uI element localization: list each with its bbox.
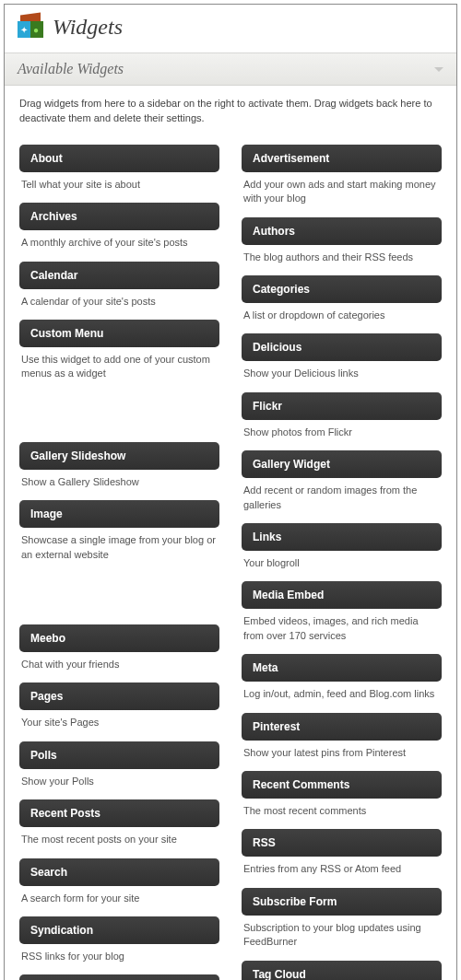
widget-handle[interactable]: Search	[19, 858, 219, 886]
widget-handle[interactable]: Authors	[242, 217, 442, 245]
widget-description: A list or dropdown of categories	[242, 303, 442, 322]
widget-description: The most recent comments	[242, 799, 442, 818]
widget-item: Media EmbedEmbed videos, images, and ric…	[242, 581, 442, 643]
widget-item: PinterestShow your latest pins from Pint…	[242, 713, 442, 760]
widget-item: Subscribe FormSubscription to your blog …	[242, 888, 442, 950]
available-widgets-header[interactable]: Available Widgets	[5, 52, 456, 86]
widget-handle[interactable]: Gallery Widget	[242, 450, 442, 478]
widget-description: Chat with your friends	[19, 652, 219, 671]
widget-description: Log in/out, admin, feed and Blog.com lin…	[242, 682, 442, 701]
page-title: Widgets	[53, 15, 123, 40]
app-logo-icon: ✦ ●	[18, 14, 43, 40]
widget-description: Subscription to your blog updates using …	[242, 916, 442, 950]
widget-item: MeeboChat with your friends	[19, 624, 219, 671]
widget-handle[interactable]: Tag Cloud	[242, 961, 442, 980]
page-frame: ✦ ● Widgets Available Widgets Drag widge…	[4, 4, 457, 980]
widget-description: Showcase a single image from your blog o…	[19, 528, 219, 562]
widget-handle[interactable]: Custom Menu	[19, 320, 219, 347]
widget-handle[interactable]: Text/HTML	[19, 974, 219, 980]
widget-description: RSS links for your blog	[19, 944, 219, 963]
page-header: ✦ ● Widgets	[5, 5, 456, 52]
widgets-column-right: AdvertisementAdd your own ads and start …	[242, 134, 442, 980]
section-title: Available Widgets	[18, 61, 124, 77]
widget-handle[interactable]: Advertisement	[242, 145, 442, 172]
widget-item: AboutTell what your site is about	[19, 145, 219, 192]
widget-description: Your blogroll	[242, 551, 442, 570]
widget-description: Tell what your site is about	[19, 172, 219, 192]
layout-spacer	[19, 381, 219, 431]
widget-description: Your site's Pages	[19, 710, 219, 729]
widget-description: A search form for your site	[19, 886, 219, 905]
widget-description: Show photos from Flickr	[242, 420, 442, 439]
layout-spacer	[19, 562, 219, 613]
widget-handle[interactable]: Flickr	[242, 392, 442, 420]
widget-description: Add recent or random images from the gal…	[242, 478, 442, 512]
widget-item: Gallery WidgetAdd recent or random image…	[242, 450, 442, 512]
widget-handle[interactable]: About	[19, 145, 219, 172]
widget-item: FlickrShow photos from Flickr	[242, 392, 442, 439]
widget-handle[interactable]: Calendar	[19, 262, 219, 289]
widget-item: SyndicationRSS links for your blog	[19, 916, 219, 963]
widget-item: MetaLog in/out, admin, feed and Blog.com…	[242, 654, 442, 701]
widget-description: Add your own ads and start making money …	[242, 172, 442, 206]
widget-item: Tag CloudYour most used tags in cloud fo…	[242, 961, 442, 980]
widget-handle[interactable]: Links	[242, 523, 442, 551]
widget-item: CategoriesA list or dropdown of categori…	[242, 275, 442, 322]
widget-handle[interactable]: Gallery Slideshow	[19, 442, 219, 470]
widget-handle[interactable]: Meebo	[19, 624, 219, 652]
widget-handle[interactable]: Polls	[19, 741, 219, 769]
widget-handle[interactable]: Delicious	[242, 333, 442, 361]
widget-handle[interactable]: Archives	[19, 203, 219, 230]
widget-item: CalendarA calendar of your site's posts	[19, 262, 219, 309]
widget-handle[interactable]: Media Embed	[242, 581, 442, 609]
widget-item: AuthorsThe blog authors and their RSS fe…	[242, 217, 442, 264]
widget-description: Entries from any RSS or Atom feed	[242, 857, 442, 876]
widget-handle[interactable]: Pinterest	[242, 713, 442, 741]
widget-item: RSSEntries from any RSS or Atom feed	[242, 829, 442, 876]
widget-item: Text/HTMLArbitrary text or HTML	[19, 974, 219, 980]
widget-handle[interactable]: Meta	[242, 654, 442, 682]
widget-item: Recent PostsThe most recent posts on you…	[19, 799, 219, 846]
widget-handle[interactable]: Syndication	[19, 916, 219, 944]
widget-description: Embed videos, images, and rich media fro…	[242, 609, 442, 643]
widget-description: A calendar of your site's posts	[19, 289, 219, 309]
widget-item: SearchA search form for your site	[19, 858, 219, 905]
widget-handle[interactable]: Pages	[19, 682, 219, 710]
chevron-down-icon	[434, 67, 443, 72]
widget-description: Show your Polls	[19, 769, 219, 788]
widget-item: ImageShowcase a single image from your b…	[19, 500, 219, 562]
widget-handle[interactable]: Recent Posts	[19, 799, 219, 827]
intro-text: Drag widgets from here to a sidebar on t…	[5, 86, 456, 134]
widget-item: LinksYour blogroll	[242, 523, 442, 570]
widget-description: The blog authors and their RSS feeds	[242, 245, 442, 264]
widget-item: PollsShow your Polls	[19, 741, 219, 788]
widget-handle[interactable]: Subscribe Form	[242, 888, 442, 916]
widget-handle[interactable]: Image	[19, 500, 219, 528]
widget-item: DeliciousShow your Delicious links	[242, 333, 442, 380]
widget-handle[interactable]: Categories	[242, 275, 442, 303]
widget-description: Show a Gallery Slideshow	[19, 470, 219, 489]
widgets-grid: AboutTell what your site is aboutArchive…	[5, 134, 456, 980]
widget-item: AdvertisementAdd your own ads and start …	[242, 145, 442, 206]
widget-item: PagesYour site's Pages	[19, 682, 219, 729]
widget-description: Use this widget to add one of your custo…	[19, 347, 219, 381]
widget-description: A monthly archive of your site's posts	[19, 230, 219, 250]
widget-description: Show your latest pins from Pinterest	[242, 741, 442, 760]
widget-handle[interactable]: RSS	[242, 829, 442, 857]
widget-item: Custom MenuUse this widget to add one of…	[19, 320, 219, 381]
widget-description: Show your Delicious links	[242, 361, 442, 380]
widget-description: The most recent posts on your site	[19, 827, 219, 846]
widget-handle[interactable]: Recent Comments	[242, 771, 442, 799]
widget-item: Gallery SlideshowShow a Gallery Slidesho…	[19, 442, 219, 489]
widget-item: ArchivesA monthly archive of your site's…	[19, 203, 219, 250]
widgets-column-left: AboutTell what your site is aboutArchive…	[19, 134, 219, 980]
widget-item: Recent CommentsThe most recent comments	[242, 771, 442, 818]
